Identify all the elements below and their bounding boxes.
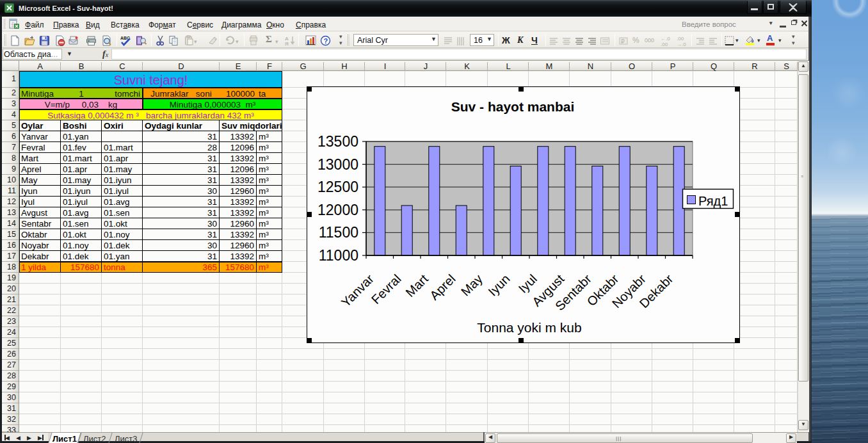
svg-text:₽: ₽ <box>621 38 625 45</box>
svg-text:Ряд1: Ряд1 <box>698 194 728 208</box>
svg-text:11000: 11000 <box>319 247 358 264</box>
svg-text:?: ? <box>324 37 328 45</box>
svg-text:Я: Я <box>285 41 289 46</box>
svg-text:13500: 13500 <box>317 133 358 150</box>
svg-text:12000: 12000 <box>317 202 358 218</box>
svg-text:Tonna yoki m kub: Tonna yoki m kub <box>477 320 581 335</box>
svg-text:12500: 12500 <box>317 179 358 195</box>
svg-text:13000: 13000 <box>317 156 358 173</box>
svg-text:11500: 11500 <box>319 224 358 241</box>
svg-text:Suv - hayot manbai: Suv - hayot manbai <box>451 99 575 114</box>
